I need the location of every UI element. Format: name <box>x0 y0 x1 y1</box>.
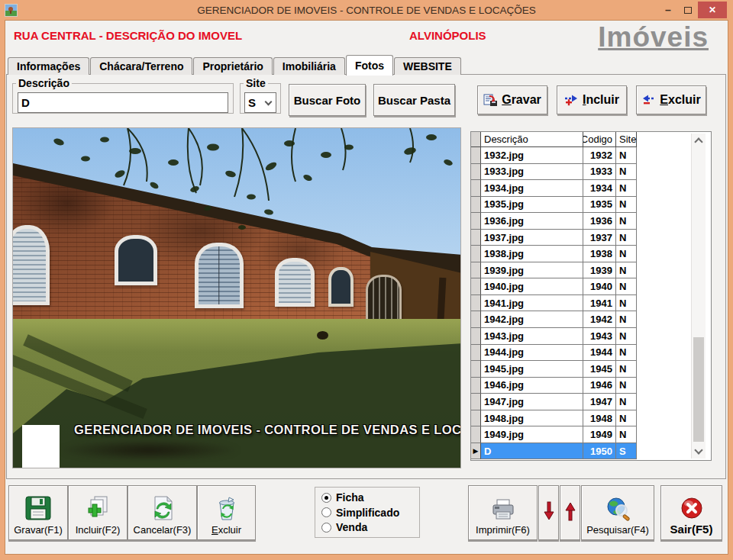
tab-imobili-ria[interactable]: Imobiliária <box>273 57 345 75</box>
gravar-foto-button[interactable]: Gravar <box>477 85 547 114</box>
table-row[interactable]: 1942.jpg1942N <box>471 311 711 328</box>
table-row[interactable]: 1933.jpg1933N <box>471 164 711 181</box>
scroll-down-icon[interactable] <box>694 446 702 454</box>
exit-icon <box>680 497 703 520</box>
row-indicator <box>471 426 481 443</box>
col-header: Descrição <box>481 132 583 147</box>
grid-cell: 1941 <box>583 295 616 312</box>
scrollbar-thumb[interactable] <box>693 337 704 442</box>
table-row[interactable]: 1946.jpg1946N <box>471 378 711 394</box>
minimize-button[interactable]: – <box>658 4 678 16</box>
app-icon <box>5 4 18 17</box>
move-up-button[interactable] <box>560 485 580 540</box>
tab-propriet-rio[interactable]: Proprietário <box>193 57 272 75</box>
row-indicator <box>471 132 481 147</box>
table-row[interactable]: 1937.jpg1937N <box>471 230 711 246</box>
table-row[interactable]: 1945.jpg1945N <box>471 361 711 378</box>
row-indicator <box>471 295 481 312</box>
grid-cell: 1932.jpg <box>481 147 583 164</box>
grid-cell: 1940 <box>583 278 616 295</box>
table-row[interactable]: 1943.jpg1943N <box>471 328 711 345</box>
grid-scrollbar[interactable] <box>691 134 706 459</box>
photo-blank-box <box>22 425 60 468</box>
radio-ficha[interactable]: Ficha <box>321 491 413 504</box>
maximize-button[interactable] <box>678 7 698 14</box>
maximize-icon <box>684 7 692 14</box>
excluir-button[interactable]: Excluir <box>197 485 256 540</box>
arrow-left-minus-icon <box>641 94 656 106</box>
table-row[interactable]: 1948.jpg1948N <box>471 410 711 427</box>
grid-cell: D <box>481 443 583 460</box>
row-indicator <box>471 345 481 362</box>
grid-cell: 1936.jpg <box>481 213 583 230</box>
table-row[interactable]: 1947.jpg1947N <box>471 394 711 410</box>
grid-cell: 1939 <box>583 262 616 279</box>
table-row[interactable]: 1939.jpg1939N <box>471 262 711 279</box>
table-row[interactable]: ▶D1950S <box>471 443 711 460</box>
scroll-up-icon[interactable] <box>694 137 702 146</box>
move-down-button[interactable] <box>538 485 559 540</box>
grid-cell: N <box>616 311 637 328</box>
descricao-group: Descrição <box>12 77 234 114</box>
arrow-down-icon <box>544 501 554 521</box>
grid-cell: N <box>616 230 637 246</box>
grid-cell: N <box>616 197 637 214</box>
grid-cell: 1933 <box>583 164 616 181</box>
grid-cell: 1936 <box>583 213 616 230</box>
grid-cell: 1934 <box>583 180 616 197</box>
incluir-button[interactable]: Incluir(F2) <box>68 485 128 540</box>
row-indicator <box>471 246 481 262</box>
radio-venda[interactable]: Venda <box>321 521 413 533</box>
grid-cell: 1933.jpg <box>481 164 583 181</box>
grid-cell: 1947 <box>583 394 616 410</box>
pesquisar-label: Pesquisar(F4) <box>586 524 649 536</box>
table-row[interactable]: 1944.jpg1944N <box>471 345 711 362</box>
table-row[interactable]: 1935.jpg1935N <box>471 197 711 214</box>
grid-cell: N <box>616 410 637 427</box>
table-row[interactable]: 1938.jpg1938N <box>471 246 711 262</box>
grid-cell: 1932 <box>583 147 616 164</box>
row-indicator <box>471 147 481 164</box>
close-button[interactable]: ✕ <box>698 2 727 18</box>
grid-cell: N <box>616 180 637 197</box>
radio-simplificado[interactable]: Simplificado <box>321 507 413 519</box>
tree-branches <box>13 128 461 468</box>
print-mode-group: FichaSimplificadoVenda <box>315 487 420 538</box>
grid-cell: N <box>616 328 637 345</box>
incluir-foto-button[interactable]: Incluir <box>557 85 627 114</box>
table-row[interactable]: 1934.jpg1934N <box>471 180 711 197</box>
excluir-foto-button[interactable]: Excluir <box>636 85 706 114</box>
buscar-foto-button[interactable]: Buscar Foto <box>289 84 366 116</box>
table-row[interactable]: 1932.jpg1932N <box>471 147 711 164</box>
arrow-right-plus-icon <box>564 94 579 106</box>
tab-informa-es[interactable]: Informações <box>8 57 89 75</box>
grid-cell: 1945 <box>583 361 616 378</box>
site-select[interactable]: S <box>244 92 276 113</box>
grid-cell: 1948.jpg <box>481 410 583 427</box>
sair-button[interactable]: Sair(F5) <box>660 485 722 540</box>
floppy-disk-icon <box>24 495 52 521</box>
imprimir-label: Imprimir(F6) <box>476 524 530 536</box>
gravar-button[interactable]: Gravar(F1) <box>8 485 68 540</box>
tab-ch-cara-terreno[interactable]: Chácara/Terreno <box>90 57 192 75</box>
property-title: RUA CENTRAL - DESCRIÇÃO DO IMOVEL <box>14 29 242 42</box>
table-row[interactable]: 1940.jpg1940N <box>471 278 711 295</box>
table-row[interactable]: 1936.jpg1936N <box>471 213 711 230</box>
pesquisar-button[interactable]: Pesquisar(F4) <box>581 485 654 540</box>
grid-cell: 1934.jpg <box>481 180 583 197</box>
grid-cell: 1946 <box>583 378 616 394</box>
tab-website[interactable]: WEBSITE <box>394 57 461 75</box>
table-row[interactable]: 1941.jpg1941N <box>471 295 711 312</box>
descricao-input[interactable] <box>18 92 228 113</box>
imprimir-button[interactable]: Imprimir(F6) <box>468 485 538 540</box>
cancelar-button[interactable]: Cancelar(F3) <box>128 485 197 540</box>
grid-cell: 1944.jpg <box>481 345 583 362</box>
radio-label: Simplificado <box>336 507 399 519</box>
grid-header-row: DescriçãoCodigoSite <box>471 132 711 147</box>
tab-fotos[interactable]: Fotos <box>346 55 393 76</box>
grid-cell: N <box>616 278 637 295</box>
buscar-pasta-button[interactable]: Buscar Pasta <box>373 84 455 116</box>
excluir-foto-label: Excluir <box>660 93 700 107</box>
table-row[interactable]: 1949.jpg1949N <box>471 426 711 443</box>
grid-cell: 1938.jpg <box>481 246 583 262</box>
